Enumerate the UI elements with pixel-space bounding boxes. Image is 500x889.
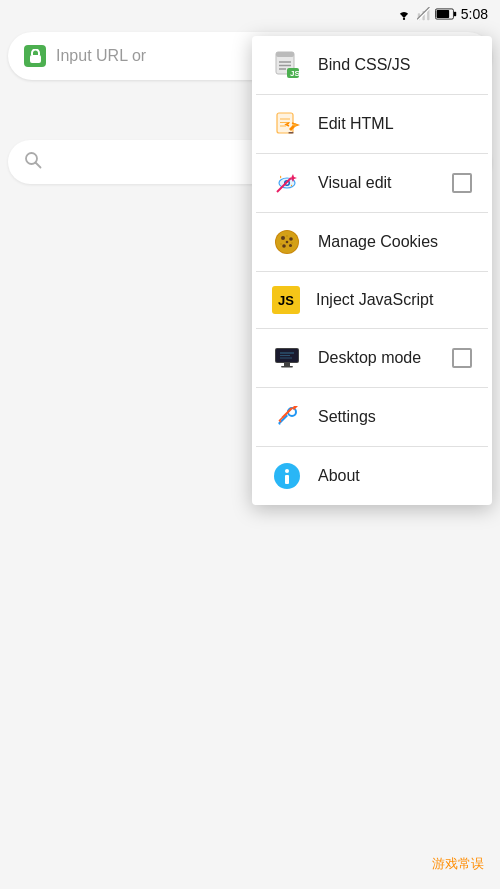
menu-label-visual-edit: Visual edit xyxy=(318,174,436,192)
watermark: 游戏常误 xyxy=(432,855,484,873)
context-menu: JS Bind CSS/JS Edit HTML xyxy=(252,36,492,505)
wifi-icon xyxy=(395,7,413,21)
menu-item-inject-javascript[interactable]: JS Inject JavaScript xyxy=(252,272,492,328)
menu-label-manage-cookies: Manage Cookies xyxy=(318,233,472,251)
address-input[interactable]: Input URL or xyxy=(56,47,146,65)
menu-label-inject-javascript: Inject JavaScript xyxy=(316,291,472,309)
svg-line-47 xyxy=(36,162,41,167)
svg-point-44 xyxy=(285,469,289,473)
svg-rect-8 xyxy=(436,10,449,18)
svg-rect-45 xyxy=(285,475,289,484)
desktop-mode-icon xyxy=(272,343,302,373)
manage-cookies-icon xyxy=(272,227,302,257)
battery-icon xyxy=(435,8,457,20)
visual-edit-checkbox[interactable] xyxy=(452,173,472,193)
svg-rect-40 xyxy=(284,363,290,366)
menu-item-settings[interactable]: Settings xyxy=(252,388,492,446)
svg-point-31 xyxy=(286,241,289,244)
svg-point-30 xyxy=(289,244,292,247)
menu-item-desktop-mode[interactable]: Desktop mode xyxy=(252,329,492,387)
no-signal-icon xyxy=(417,7,431,21)
svg-rect-41 xyxy=(281,366,293,368)
menu-item-bind-css-js[interactable]: JS Bind CSS/JS xyxy=(252,36,492,94)
status-bar: 5:08 xyxy=(0,0,500,28)
menu-item-edit-html[interactable]: Edit HTML xyxy=(252,95,492,153)
settings-icon xyxy=(272,402,302,432)
menu-label-bind-css-js: Bind CSS/JS xyxy=(318,56,472,74)
menu-label-settings: Settings xyxy=(318,408,472,426)
status-icons: 5:08 xyxy=(395,6,488,22)
search-icon xyxy=(24,151,42,174)
svg-point-0 xyxy=(403,18,405,20)
about-icon xyxy=(272,461,302,491)
svg-rect-9 xyxy=(30,55,41,63)
menu-label-about: About xyxy=(318,467,472,485)
svg-text:JS: JS xyxy=(290,69,300,78)
lock-icon xyxy=(24,45,46,67)
bind-css-js-icon: JS xyxy=(272,50,302,80)
menu-item-visual-edit[interactable]: Visual edit xyxy=(252,154,492,212)
svg-point-34 xyxy=(286,235,288,237)
inject-javascript-icon: JS xyxy=(272,286,300,314)
status-time: 5:08 xyxy=(461,6,488,22)
visual-edit-icon xyxy=(272,168,302,198)
svg-rect-21 xyxy=(289,132,294,134)
svg-point-33 xyxy=(291,242,293,244)
edit-html-icon xyxy=(272,109,302,139)
svg-rect-11 xyxy=(276,52,294,57)
desktop-mode-checkbox[interactable] xyxy=(452,348,472,368)
svg-point-32 xyxy=(280,243,282,245)
svg-point-29 xyxy=(282,244,286,248)
menu-item-about[interactable]: About xyxy=(252,447,492,505)
svg-point-27 xyxy=(281,236,285,240)
menu-item-manage-cookies[interactable]: Manage Cookies xyxy=(252,213,492,271)
menu-label-edit-html: Edit HTML xyxy=(318,115,472,133)
svg-rect-7 xyxy=(454,12,456,17)
menu-label-desktop-mode: Desktop mode xyxy=(318,349,436,367)
svg-point-28 xyxy=(289,237,293,241)
